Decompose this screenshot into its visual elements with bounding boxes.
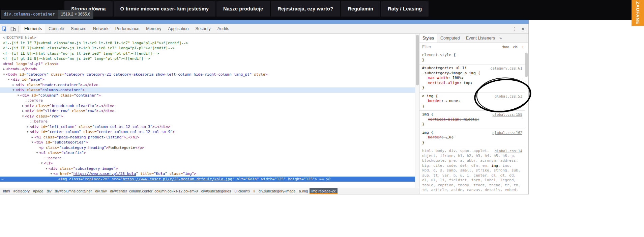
property-name[interactable]: vertical-align	[428, 81, 459, 85]
scrollbar-thumb[interactable]	[525, 53, 528, 77]
property-name[interactable]: border	[428, 135, 441, 139]
styles-tab-event-listeners[interactable]: Event Listeners	[463, 34, 498, 43]
expand-arrow-icon[interactable]: ▼	[26, 129, 29, 135]
toggle-hover-state-button[interactable]: :hov	[500, 45, 510, 49]
breadcrumb-item[interactable]: a.img	[297, 188, 310, 194]
dom-tree-row[interactable]: ⋯<img class="replace-2x" src="https://ww…	[0, 177, 415, 182]
device-toolbar-icon[interactable]	[9, 24, 18, 33]
styles-filter-input[interactable]: Filter	[422, 45, 500, 49]
breadcrumb-item[interactable]: #page	[31, 188, 45, 194]
breadcrumb-item[interactable]: div#center_column.center_column.col-xs-1…	[108, 188, 199, 194]
devtools-tab-sources[interactable]: Sources	[67, 24, 90, 33]
css-property[interactable]: vertical-align: top;	[422, 81, 522, 86]
devtools-tab-console[interactable]: Console	[45, 24, 67, 33]
close-devtools-icon[interactable]: ×	[519, 24, 527, 33]
expand-arrow-icon[interactable]: ▶	[12, 82, 15, 88]
dom-tree-row[interactable]: ▼<div id="center_column" class="center_c…	[0, 129, 415, 135]
property-name[interactable]: vertical-align	[428, 117, 459, 122]
dom-tree-row[interactable]: ▼<div id="page">	[0, 77, 415, 82]
css-file-link[interactable]: global.css:53	[495, 94, 522, 99]
breadcrumb-item[interactable]: div#subcategories	[200, 188, 233, 194]
css-property[interactable]: border: ▶ 0;	[422, 135, 522, 140]
property-value[interactable]: top	[464, 81, 470, 85]
devtools-tab-network[interactable]: Network	[90, 24, 112, 33]
breadcrumb-item[interactable]: ul.clearfix	[233, 188, 252, 194]
devtools-tab-memory[interactable]: Memory	[143, 24, 165, 33]
property-name[interactable]: max-width	[428, 76, 448, 80]
toggle-class-button[interactable]: .cls	[510, 45, 519, 49]
breadcrumb-item[interactable]: div.row	[93, 188, 108, 194]
devtools-tab-application[interactable]: Application	[165, 24, 192, 33]
styles-scrollbar[interactable]	[525, 53, 528, 194]
css-property[interactable]: border: ▶ none;	[422, 99, 522, 104]
expand-arrow-icon[interactable]: ▶	[2, 67, 6, 72]
expand-arrow-icon[interactable]: ▼	[7, 77, 10, 82]
breadcrumb-item[interactable]: div	[45, 188, 53, 194]
dom-tree-row[interactable]: <!--[if IE 8]><html class="no-js lt-ie9 …	[0, 51, 415, 56]
property-name[interactable]: border	[428, 99, 441, 103]
dom-tree-row[interactable]: ▶<div class="header-container">…</div>	[0, 82, 415, 88]
trusted-reviews-badge[interactable]: ZAUFANE	[632, 0, 644, 26]
scrollbar-thumb[interactable]	[416, 35, 419, 85]
more-options-icon[interactable]: ⋮	[511, 24, 519, 33]
dom-tree-row[interactable]: ▼<div class="subcategory-image">	[0, 166, 415, 172]
nav-item[interactable]: Raty / Leasing	[381, 1, 429, 17]
styles-tab-computed[interactable]: Computed	[437, 34, 463, 43]
expand-shorthand-icon[interactable]: ▶	[446, 100, 449, 103]
dom-tree-row[interactable]: ▶<div id="slider_row" class="row">…</div…	[0, 108, 415, 114]
nav-item[interactable]: Regulamin	[341, 1, 380, 17]
nav-item[interactable]: Nasze produkcje	[216, 1, 270, 17]
property-value[interactable]: 100%	[452, 76, 462, 80]
css-file-link[interactable]: category.css:61	[490, 66, 522, 71]
dom-tree-row[interactable]: ▼<li>	[0, 161, 415, 166]
devtools-tab-audits[interactable]: Audits	[214, 24, 233, 33]
expand-arrow-icon[interactable]: ▼	[40, 161, 43, 166]
breadcrumb-item[interactable]: div#columns.container	[53, 188, 93, 194]
dom-tree-row[interactable]: ▼<div id="columns" class="container">	[0, 93, 415, 98]
dom-tree-row[interactable]: <p class="subcategory-heading">Podkatego…	[0, 145, 415, 151]
dom-tree-row[interactable]: ::before	[0, 98, 415, 103]
dom-tree-row[interactable]: <!DOCTYPE html>	[0, 35, 415, 41]
dom-tree-row[interactable]: ▶<div id="left_column" class="column col…	[0, 124, 415, 130]
expand-arrow-icon[interactable]: ▼	[35, 150, 39, 156]
inspect-element-icon[interactable]	[0, 24, 9, 33]
expand-arrow-icon[interactable]: ▼	[21, 114, 25, 119]
css-file-link[interactable]: global.css:162	[492, 130, 522, 135]
property-value[interactable]: none	[449, 99, 458, 103]
expand-arrow-icon[interactable]: ▼	[45, 166, 48, 172]
expand-arrow-icon[interactable]: ▼	[50, 171, 53, 177]
dom-tree-row[interactable]: ▼<body id="category" class="category cat…	[0, 72, 415, 77]
css-property[interactable]: vertical-align: middle;	[422, 117, 522, 122]
expand-arrow-icon[interactable]: ▼	[31, 140, 34, 145]
elements-scrollbar[interactable]	[415, 34, 419, 188]
new-style-rule-icon[interactable]: +	[519, 44, 526, 50]
breadcrumb-item[interactable]: div.subcategory-image	[257, 188, 297, 194]
tab-overflow-icon[interactable]: »	[498, 34, 503, 43]
expand-arrow-icon[interactable]: ▶	[21, 103, 25, 109]
expand-arrow-icon[interactable]: ▶	[21, 108, 25, 114]
expand-arrow-icon[interactable]: ▼	[17, 93, 20, 98]
devtools-tab-security[interactable]: Security	[192, 24, 214, 33]
dom-tree-row[interactable]: ▼<div class="row">	[0, 114, 415, 119]
devtools-tab-elements[interactable]: Elements	[21, 24, 45, 33]
css-file-link[interactable]: global.css:14	[495, 149, 522, 154]
dom-tree-row[interactable]: ::before	[0, 119, 415, 124]
css-file-link[interactable]: global.css:158	[492, 112, 522, 117]
dom-tree-row[interactable]: <!--[if gt IE 8]><html class="no-js ie9"…	[0, 56, 415, 61]
dom-tree-row[interactable]: <html lang="pl-pl" class>	[0, 61, 415, 67]
styles-tab-styles[interactable]: Styles	[419, 34, 437, 43]
breadcrumb-item[interactable]: #category	[12, 188, 31, 194]
dom-tree-row[interactable]: ▼<div class="columns-container">	[0, 87, 415, 93]
dom-tree-row[interactable]: ▶<h1 class="page-heading product-listing…	[0, 135, 415, 140]
breadcrumb-item[interactable]: html	[1, 188, 12, 194]
breadcrumb-item[interactable]: img.replace-2x	[310, 188, 337, 194]
dom-tree-row[interactable]: ▼<div id="subcategories">	[0, 140, 415, 145]
dom-tree-row[interactable]: ▶<head>…</head>	[0, 67, 415, 72]
dom-tree-row[interactable]: <!--[if lt IE 7]><html class="no-js lt-i…	[0, 41, 415, 46]
nav-item[interactable]: Rejestracja, czy warto?	[271, 1, 340, 17]
expand-arrow-icon[interactable]: ▼	[12, 87, 15, 93]
expand-arrow-icon[interactable]: ▶	[26, 124, 29, 130]
property-value[interactable]: middle	[464, 117, 477, 122]
dom-tree-row[interactable]: ▶<div class="breadcrumb clearfix">…</div…	[0, 103, 415, 109]
dom-tree-row[interactable]: <!--[if IE 7]><html class="no-js lt-ie9 …	[0, 46, 415, 51]
